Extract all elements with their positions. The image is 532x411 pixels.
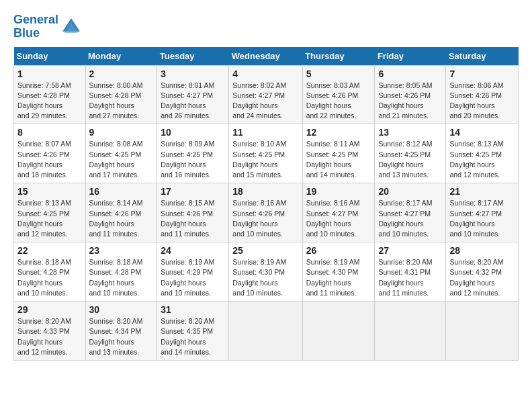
calendar-day-cell: 10 Sunrise: 8:09 AM Sunset: 4:25 PM Dayl… — [157, 124, 229, 183]
day-info: Sunrise: 8:18 AM Sunset: 4:28 PM Dayligh… — [17, 257, 82, 298]
calendar-week-row: 15 Sunrise: 8:13 AM Sunset: 4:25 PM Dayl… — [14, 183, 519, 242]
day-number: 24 — [161, 245, 225, 256]
day-info: Sunrise: 8:09 AM Sunset: 4:25 PM Dayligh… — [161, 139, 225, 180]
calendar-day-cell: 17 Sunrise: 8:15 AM Sunset: 4:26 PM Dayl… — [157, 183, 229, 242]
day-number: 17 — [161, 186, 225, 197]
calendar-week-row: 29 Sunrise: 8:20 AM Sunset: 4:33 PM Dayl… — [14, 302, 519, 361]
weekday-header-row: SundayMondayTuesdayWednesdayThursdayFrid… — [14, 47, 519, 66]
day-info: Sunrise: 8:03 AM Sunset: 4:26 PM Dayligh… — [306, 81, 371, 122]
calendar-day-cell — [446, 302, 519, 361]
weekday-header-monday: Monday — [85, 47, 157, 66]
day-info: Sunrise: 8:11 AM Sunset: 4:25 PM Dayligh… — [306, 139, 371, 180]
day-info: Sunrise: 7:58 AM Sunset: 4:28 PM Dayligh… — [17, 81, 82, 122]
weekday-header-wednesday: Wednesday — [229, 47, 302, 66]
day-number: 27 — [378, 245, 442, 256]
day-number: 30 — [89, 304, 154, 315]
logo: GeneralBlue — [13, 13, 81, 40]
calendar-day-cell: 14 Sunrise: 8:13 AM Sunset: 4:25 PM Dayl… — [446, 124, 519, 183]
weekday-header-saturday: Saturday — [446, 47, 519, 66]
calendar-day-cell — [302, 302, 375, 361]
calendar-day-cell: 28 Sunrise: 8:20 AM Sunset: 4:32 PM Dayl… — [446, 242, 519, 302]
day-info: Sunrise: 8:17 AM Sunset: 4:27 PM Dayligh… — [378, 198, 442, 239]
day-info: Sunrise: 8:08 AM Sunset: 4:25 PM Dayligh… — [89, 139, 154, 180]
logo-icon — [61, 17, 81, 37]
calendar-day-cell: 24 Sunrise: 8:19 AM Sunset: 4:29 PM Dayl… — [157, 242, 229, 302]
day-info: Sunrise: 8:16 AM Sunset: 4:26 PM Dayligh… — [232, 198, 298, 239]
day-number: 5 — [306, 68, 371, 79]
day-info: Sunrise: 8:20 AM Sunset: 4:34 PM Dayligh… — [89, 316, 154, 357]
day-info: Sunrise: 8:20 AM Sunset: 4:32 PM Dayligh… — [449, 257, 515, 298]
day-info: Sunrise: 8:19 AM Sunset: 4:30 PM Dayligh… — [306, 257, 371, 298]
calendar-day-cell: 12 Sunrise: 8:11 AM Sunset: 4:25 PM Dayl… — [302, 124, 375, 183]
calendar-day-cell: 20 Sunrise: 8:17 AM Sunset: 4:27 PM Dayl… — [375, 183, 446, 242]
day-info: Sunrise: 8:07 AM Sunset: 4:26 PM Dayligh… — [17, 139, 82, 180]
day-info: Sunrise: 8:20 AM Sunset: 4:31 PM Dayligh… — [378, 257, 442, 298]
calendar-week-row: 22 Sunrise: 8:18 AM Sunset: 4:28 PM Dayl… — [14, 242, 519, 302]
day-info: Sunrise: 8:19 AM Sunset: 4:29 PM Dayligh… — [161, 257, 225, 298]
weekday-header-thursday: Thursday — [302, 47, 375, 66]
day-number: 16 — [89, 186, 154, 197]
day-number: 9 — [89, 127, 154, 138]
calendar-day-cell: 5 Sunrise: 8:03 AM Sunset: 4:26 PM Dayli… — [302, 65, 375, 124]
weekday-header-tuesday: Tuesday — [157, 47, 229, 66]
day-number: 22 — [17, 245, 82, 256]
calendar-day-cell: 19 Sunrise: 8:16 AM Sunset: 4:27 PM Dayl… — [302, 183, 375, 242]
calendar-day-cell: 6 Sunrise: 8:05 AM Sunset: 4:26 PM Dayli… — [375, 65, 446, 124]
calendar-day-cell — [375, 302, 446, 361]
calendar-day-cell: 26 Sunrise: 8:19 AM Sunset: 4:30 PM Dayl… — [302, 242, 375, 302]
day-number: 18 — [232, 186, 298, 197]
weekday-header-friday: Friday — [375, 47, 446, 66]
day-number: 4 — [232, 68, 298, 79]
calendar-day-cell: 27 Sunrise: 8:20 AM Sunset: 4:31 PM Dayl… — [375, 242, 446, 302]
day-info: Sunrise: 8:16 AM Sunset: 4:27 PM Dayligh… — [306, 198, 371, 239]
day-info: Sunrise: 8:20 AM Sunset: 4:33 PM Dayligh… — [17, 316, 82, 357]
day-number: 26 — [306, 245, 371, 256]
day-number: 3 — [161, 68, 225, 79]
calendar-day-cell: 1 Sunrise: 7:58 AM Sunset: 4:28 PM Dayli… — [14, 65, 86, 124]
day-number: 11 — [232, 127, 298, 138]
day-info: Sunrise: 8:06 AM Sunset: 4:26 PM Dayligh… — [449, 81, 515, 122]
calendar-week-row: 1 Sunrise: 7:58 AM Sunset: 4:28 PM Dayli… — [14, 65, 519, 124]
calendar-day-cell: 9 Sunrise: 8:08 AM Sunset: 4:25 PM Dayli… — [85, 124, 157, 183]
calendar-day-cell: 22 Sunrise: 8:18 AM Sunset: 4:28 PM Dayl… — [14, 242, 86, 302]
calendar-day-cell: 30 Sunrise: 8:20 AM Sunset: 4:34 PM Dayl… — [85, 302, 157, 361]
day-number: 1 — [17, 68, 82, 79]
day-info: Sunrise: 8:17 AM Sunset: 4:27 PM Dayligh… — [449, 198, 515, 239]
calendar-day-cell: 16 Sunrise: 8:14 AM Sunset: 4:26 PM Dayl… — [85, 183, 157, 242]
day-info: Sunrise: 8:14 AM Sunset: 4:26 PM Dayligh… — [89, 198, 154, 239]
calendar-day-cell: 3 Sunrise: 8:01 AM Sunset: 4:27 PM Dayli… — [157, 65, 229, 124]
day-number: 20 — [378, 186, 442, 197]
weekday-header-sunday: Sunday — [14, 47, 86, 66]
calendar-day-cell: 4 Sunrise: 8:02 AM Sunset: 4:27 PM Dayli… — [229, 65, 302, 124]
day-number: 2 — [89, 68, 154, 79]
day-info: Sunrise: 8:12 AM Sunset: 4:25 PM Dayligh… — [378, 139, 442, 180]
calendar-week-row: 8 Sunrise: 8:07 AM Sunset: 4:26 PM Dayli… — [14, 124, 519, 183]
day-info: Sunrise: 8:05 AM Sunset: 4:26 PM Dayligh… — [378, 81, 442, 122]
calendar-day-cell: 21 Sunrise: 8:17 AM Sunset: 4:27 PM Dayl… — [446, 183, 519, 242]
day-number: 29 — [17, 304, 82, 315]
calendar-day-cell: 11 Sunrise: 8:10 AM Sunset: 4:25 PM Dayl… — [229, 124, 302, 183]
calendar-day-cell: 18 Sunrise: 8:16 AM Sunset: 4:26 PM Dayl… — [229, 183, 302, 242]
day-number: 21 — [449, 186, 515, 197]
calendar-day-cell: 8 Sunrise: 8:07 AM Sunset: 4:26 PM Dayli… — [14, 124, 86, 183]
calendar-day-cell: 7 Sunrise: 8:06 AM Sunset: 4:26 PM Dayli… — [446, 65, 519, 124]
calendar-day-cell: 2 Sunrise: 8:00 AM Sunset: 4:28 PM Dayli… — [85, 65, 157, 124]
day-number: 8 — [17, 127, 82, 138]
day-info: Sunrise: 8:13 AM Sunset: 4:25 PM Dayligh… — [449, 139, 515, 180]
day-info: Sunrise: 8:15 AM Sunset: 4:26 PM Dayligh… — [161, 198, 225, 239]
calendar-day-cell: 13 Sunrise: 8:12 AM Sunset: 4:25 PM Dayl… — [375, 124, 446, 183]
calendar-day-cell: 29 Sunrise: 8:20 AM Sunset: 4:33 PM Dayl… — [14, 302, 86, 361]
day-number: 10 — [161, 127, 225, 138]
day-number: 31 — [161, 304, 225, 315]
day-number: 25 — [232, 245, 298, 256]
day-number: 28 — [449, 245, 515, 256]
day-number: 15 — [17, 186, 82, 197]
logo-text: GeneralBlue — [13, 13, 58, 40]
day-number: 7 — [449, 68, 515, 79]
day-number: 23 — [89, 245, 154, 256]
day-info: Sunrise: 8:00 AM Sunset: 4:28 PM Dayligh… — [89, 81, 154, 122]
calendar-day-cell: 25 Sunrise: 8:19 AM Sunset: 4:30 PM Dayl… — [229, 242, 302, 302]
day-number: 19 — [306, 186, 371, 197]
page-header: GeneralBlue — [13, 13, 519, 40]
day-info: Sunrise: 8:10 AM Sunset: 4:25 PM Dayligh… — [232, 139, 298, 180]
